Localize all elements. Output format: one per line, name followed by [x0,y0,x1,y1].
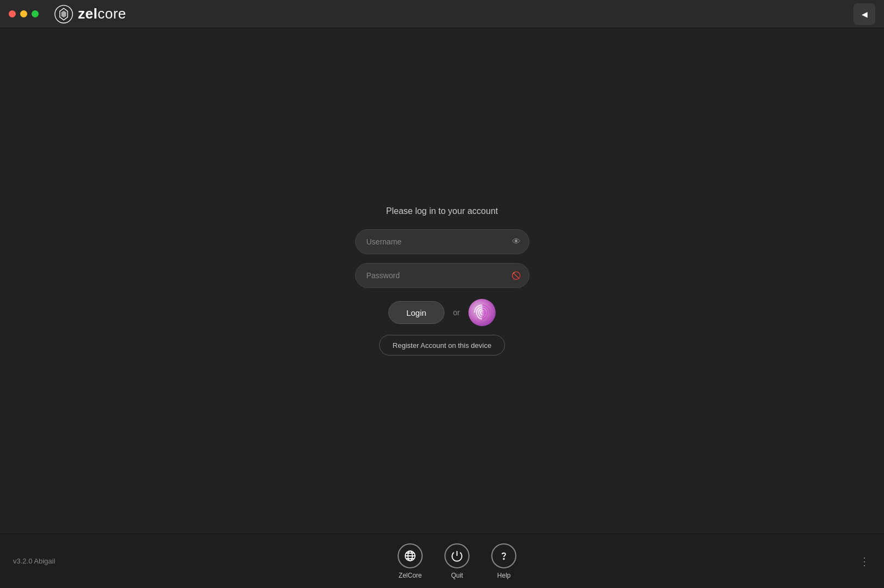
username-input[interactable] [355,229,529,254]
nav-zelcore[interactable]: ZelCore [398,543,423,579]
svg-marker-2 [62,10,66,17]
nav-help[interactable]: Help [491,543,516,579]
zelcore-logo-icon [54,4,74,24]
footer: v3.2.0 Abigail ZelCore Quit [0,534,884,588]
eye-icon[interactable]: 👁 [512,237,521,247]
minimize-button[interactable] [20,10,27,17]
traffic-lights [9,10,39,17]
close-button[interactable] [9,10,16,17]
question-icon [491,543,516,568]
login-title: Please log in to your account [386,206,498,216]
power-icon [444,543,470,568]
title-bar: zelcore ◀ [0,0,884,28]
password-input[interactable] [355,263,529,288]
login-button[interactable]: Login [388,301,444,324]
biometric-button[interactable] [468,299,496,326]
app-logo-text: zelcore [78,5,126,22]
login-container: Please log in to your account 👁 🚫 Login … [355,206,529,356]
help-nav-label: Help [497,572,511,579]
zelcore-globe-icon [398,543,423,568]
footer-nav: ZelCore Quit Help [398,543,516,579]
login-actions: Login or [388,299,496,326]
title-bar-left: zelcore [9,4,126,24]
maximize-button[interactable] [32,10,39,17]
username-input-wrapper: 👁 [355,229,529,254]
logo-area: zelcore [54,4,126,24]
svg-point-10 [503,558,504,559]
main-content: Please log in to your account 👁 🚫 Login … [0,28,884,534]
fingerprint-icon [470,300,495,325]
nav-quit[interactable]: Quit [444,543,470,579]
title-bar-right: ◀ [853,3,875,25]
more-icon[interactable]: ⋮ [859,555,871,568]
back-button[interactable]: ◀ [853,3,875,25]
svg-point-3 [470,300,495,325]
register-button[interactable]: Register Account on this device [379,335,505,356]
zelcore-nav-label: ZelCore [399,572,422,579]
version-label: v3.2.0 Abigail [13,557,55,565]
or-separator: or [453,308,460,317]
password-input-wrapper: 🚫 [355,263,529,288]
quit-nav-label: Quit [451,572,463,579]
eye-off-icon[interactable]: 🚫 [511,271,521,280]
